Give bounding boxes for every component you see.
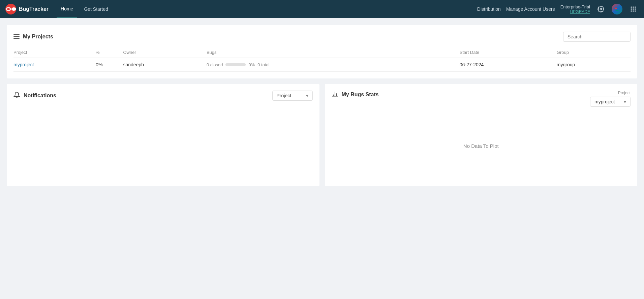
svg-point-4: [617, 8, 619, 9]
my-bugs-stats-card: My Bugs Stats Project myproject ▾ No Dat…: [325, 84, 638, 186]
brand[interactable]: BugTracker: [5, 4, 49, 14]
svg-rect-8: [631, 8, 632, 9]
nav-links: Home Get Started: [57, 0, 477, 18]
col-percent: %: [96, 47, 123, 58]
apps-icon[interactable]: [628, 4, 639, 14]
project-select-area: Project myproject ▾: [590, 91, 631, 107]
bar-chart-icon: [332, 91, 338, 99]
no-data-message: No Data To Plot: [332, 112, 631, 179]
avatar-icon[interactable]: [612, 4, 622, 14]
project-filter-dropdown[interactable]: Project ▾: [272, 91, 313, 101]
project-filter-value: Project: [277, 93, 292, 98]
col-start-date: Start Date: [460, 47, 557, 58]
bugs-project-dropdown[interactable]: myproject ▾: [590, 97, 631, 107]
bugs-project-value: myproject: [594, 99, 615, 104]
col-group: Group: [557, 47, 631, 58]
search-input[interactable]: [563, 32, 631, 42]
project-label: Project: [618, 91, 631, 95]
navbar: BugTracker Home Get Started Distribution…: [0, 0, 644, 18]
cell-start-date: 06-27-2024: [460, 58, 557, 72]
enterprise-badge: Enterprise-Trial UPGRADE: [560, 4, 590, 14]
upgrade-link[interactable]: UPGRADE: [560, 9, 590, 14]
projects-title-row: My Projects: [13, 33, 53, 40]
brand-name: BugTracker: [19, 6, 49, 12]
notifications-title-row: Notifications: [13, 92, 56, 100]
my-bugs-stats-title: My Bugs Stats: [342, 92, 379, 98]
cell-owner: sandeepb: [123, 58, 207, 72]
svg-rect-9: [633, 8, 634, 9]
svg-point-3: [615, 8, 617, 9]
notifications-empty-area: [13, 106, 313, 173]
svg-point-2: [600, 8, 602, 10]
notifications-title: Notifications: [24, 93, 56, 99]
bugs-stats-title-row: My Bugs Stats: [332, 91, 379, 99]
bugs-stats-header: My Bugs Stats Project myproject ▾: [332, 91, 631, 107]
menu-icon: [13, 33, 20, 40]
svg-rect-10: [635, 8, 636, 9]
bottom-section: Notifications Project ▾: [7, 84, 637, 186]
cell-project[interactable]: myproject: [13, 58, 96, 72]
svg-rect-16: [13, 38, 20, 39]
enterprise-tier: Enterprise-Trial: [560, 4, 590, 9]
my-projects-title: My Projects: [23, 34, 53, 40]
notifications-card: Notifications Project ▾: [7, 84, 319, 186]
projects-card-header: My Projects: [13, 32, 631, 42]
cell-group: mygroup: [557, 58, 631, 72]
cell-bugs: 0 closed 0% 0 total: [207, 58, 460, 72]
nav-distribution[interactable]: Distribution: [477, 6, 501, 12]
main-content: My Projects Project % Owner Bugs Start D…: [0, 18, 644, 193]
nav-right: Distribution Manage Account Users Enterp…: [477, 4, 639, 14]
brand-logo-icon: [5, 4, 16, 14]
svg-point-1: [7, 8, 10, 10]
svg-rect-15: [13, 36, 20, 37]
col-owner: Owner: [123, 47, 207, 58]
svg-rect-6: [633, 7, 634, 8]
svg-rect-13: [635, 10, 636, 11]
col-bugs: Bugs: [207, 47, 460, 58]
table-header-row: Project % Owner Bugs Start Date Group: [13, 47, 631, 58]
my-projects-card: My Projects Project % Owner Bugs Start D…: [7, 25, 637, 78]
svg-rect-12: [633, 10, 634, 11]
chevron-down-icon: ▾: [624, 99, 626, 104]
notifications-header: Notifications Project ▾: [13, 91, 313, 101]
nav-get-started[interactable]: Get Started: [80, 0, 112, 18]
nav-manage-account-users[interactable]: Manage Account Users: [506, 6, 555, 12]
nav-home[interactable]: Home: [57, 0, 77, 18]
svg-rect-7: [635, 7, 636, 8]
settings-icon[interactable]: [595, 4, 606, 14]
svg-rect-14: [13, 34, 20, 35]
svg-rect-11: [631, 10, 632, 11]
cell-percent: 0%: [96, 58, 123, 72]
projects-table: Project % Owner Bugs Start Date Group my…: [13, 47, 631, 72]
table-row: myproject 0% sandeepb 0 closed 0% 0 tota…: [13, 58, 631, 72]
col-project: Project: [13, 47, 96, 58]
bell-icon: [13, 92, 20, 100]
svg-rect-5: [631, 7, 632, 8]
chevron-down-icon: ▾: [306, 93, 308, 98]
